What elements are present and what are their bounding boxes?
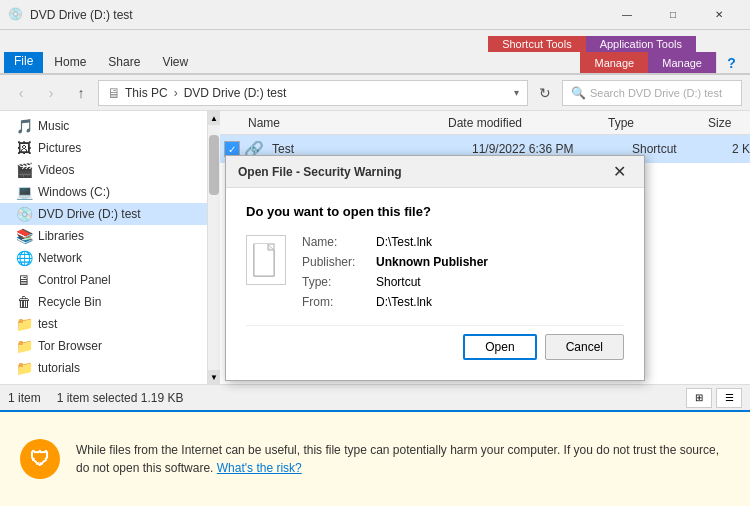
search-box[interactable]: 🔍 Search DVD Drive (D:) test xyxy=(562,80,742,106)
sidebar-label-tutorials: tutorials xyxy=(38,361,80,375)
dialog-info: Name: D:\Test.lnk Publisher: Unknown Pub… xyxy=(246,235,624,309)
scrollbar-down[interactable]: ▼ xyxy=(208,370,220,384)
sidebar-item-test[interactable]: 📁 test xyxy=(0,313,207,335)
breadcrumb-dvd: DVD Drive (D:) test xyxy=(184,86,287,100)
help-button[interactable]: ? xyxy=(716,52,746,73)
dialog-from-value: D:\Test.lnk xyxy=(376,295,432,309)
sidebar-label-control-panel: Control Panel xyxy=(38,273,111,287)
sidebar-item-dvd[interactable]: 💿 DVD Drive (D:) test xyxy=(0,203,207,225)
dialog-publisher-row: Publisher: Unknown Publisher xyxy=(302,255,488,269)
sidebar-item-music[interactable]: 🎵 Music xyxy=(0,115,207,137)
tor-browser-icon: 📁 xyxy=(16,338,32,354)
ribbon: Shortcut Tools Application Tools File Ho… xyxy=(0,30,750,75)
col-date[interactable]: Date modified xyxy=(444,116,604,130)
file-list-header: Name Date modified Type Size xyxy=(220,111,750,135)
item-count: 1 item xyxy=(8,391,41,405)
network-icon: 🌐 xyxy=(16,250,32,266)
sidebar-label-pictures: Pictures xyxy=(38,141,81,155)
tab-share[interactable]: Share xyxy=(97,52,151,73)
ribbon-manage-label-1[interactable]: Manage xyxy=(594,57,634,69)
address-input[interactable]: 🖥 This PC › DVD Drive (D:) test ▾ xyxy=(98,80,528,106)
sidebar-item-pictures[interactable]: 🖼 Pictures xyxy=(0,137,207,159)
dialog-close-button[interactable]: ✕ xyxy=(606,159,632,185)
sidebar-scrollbar[interactable]: ▲ ▼ xyxy=(208,111,220,384)
minimize-button[interactable]: — xyxy=(604,0,650,30)
tab-home[interactable]: Home xyxy=(43,52,97,73)
sidebar-wrapper: 🎵 Music 🖼 Pictures 🎬 Videos 💻 Windows (C… xyxy=(0,111,220,384)
window-controls: — □ ✕ xyxy=(604,0,742,30)
view-details[interactable]: ☰ xyxy=(716,388,742,408)
sidebar-item-tutorials[interactable]: 📁 tutorials xyxy=(0,357,207,379)
scrollbar-thumb[interactable] xyxy=(209,135,219,195)
sidebar-label-dvd: DVD Drive (D:) test xyxy=(38,207,141,221)
col-size[interactable]: Size xyxy=(704,116,750,130)
view-large-icons[interactable]: ⊞ xyxy=(686,388,712,408)
libraries-icon: 📚 xyxy=(16,228,32,244)
title-bar: 💿 DVD Drive (D:) test — □ ✕ xyxy=(0,0,750,30)
cancel-button[interactable]: Cancel xyxy=(545,334,624,360)
dialog-type-value: Shortcut xyxy=(376,275,421,289)
file-name: Test xyxy=(268,142,468,156)
whats-the-risk-link[interactable]: What's the risk? xyxy=(217,461,302,475)
pictures-icon: 🖼 xyxy=(16,140,32,156)
address-bar: ‹ › ↑ 🖥 This PC › DVD Drive (D:) test ▾ … xyxy=(0,75,750,111)
col-name[interactable]: Name xyxy=(244,116,444,130)
music-icon: 🎵 xyxy=(16,118,32,134)
window-icon: 💿 xyxy=(8,7,24,23)
forward-button[interactable]: › xyxy=(38,80,64,106)
selected-info: 1 item selected 1.19 KB xyxy=(57,391,184,405)
shield-symbol: 🛡 xyxy=(30,448,50,471)
app-tools-tab[interactable]: Application Tools xyxy=(586,36,696,52)
sidebar-item-network[interactable]: 🌐 Network xyxy=(0,247,207,269)
sidebar-item-tor-browser[interactable]: 📁 Tor Browser xyxy=(0,335,207,357)
sidebar-item-control-panel[interactable]: 🖥 Control Panel xyxy=(0,269,207,291)
sidebar-label-music: Music xyxy=(38,119,69,133)
dialog-details: Name: D:\Test.lnk Publisher: Unknown Pub… xyxy=(302,235,488,309)
tutorials-icon: 📁 xyxy=(16,360,32,376)
tab-file[interactable]: File xyxy=(4,52,43,73)
dialog-question: Do you want to open this file? xyxy=(246,204,624,219)
up-button[interactable]: ↑ xyxy=(68,80,94,106)
shortcut-tools-tab[interactable]: Shortcut Tools xyxy=(488,36,586,52)
videos-icon: 🎬 xyxy=(16,162,32,178)
sidebar-item-windows-c[interactable]: 💻 Windows (C:) xyxy=(0,181,207,203)
sidebar-label-test: test xyxy=(38,317,57,331)
dialog-name-row: Name: D:\Test.lnk xyxy=(302,235,488,249)
dialog-publisher-label: Publisher: xyxy=(302,255,372,269)
warning-bar: 🛡 While files from the Internet can be u… xyxy=(0,410,750,506)
close-button[interactable]: ✕ xyxy=(696,0,742,30)
maximize-button[interactable]: □ xyxy=(650,0,696,30)
view-controls: ⊞ ☰ xyxy=(686,388,742,408)
sidebar-item-videos[interactable]: 🎬 Videos xyxy=(0,159,207,181)
sidebar-label-videos: Videos xyxy=(38,163,74,177)
tab-view[interactable]: View xyxy=(151,52,199,73)
scrollbar-track[interactable] xyxy=(208,125,220,370)
scrollbar-up[interactable]: ▲ xyxy=(208,111,220,125)
warning-message: While files from the Internet can be use… xyxy=(76,443,719,475)
col-type[interactable]: Type xyxy=(604,116,704,130)
sidebar-item-recycle-bin[interactable]: 🗑 Recycle Bin xyxy=(0,291,207,313)
dialog-from-label: From: xyxy=(302,295,372,309)
search-placeholder: Search DVD Drive (D:) test xyxy=(590,87,722,99)
warning-text: While files from the Internet can be use… xyxy=(76,441,730,477)
refresh-button[interactable]: ↻ xyxy=(532,80,558,106)
breadcrumb-arrow-1: › xyxy=(174,86,178,100)
sidebar-label-windows-c: Windows (C:) xyxy=(38,185,110,199)
recycle-bin-icon: 🗑 xyxy=(16,294,32,310)
open-button[interactable]: Open xyxy=(463,334,536,360)
back-button[interactable]: ‹ xyxy=(8,80,34,106)
warning-shield-icon: 🛡 xyxy=(20,439,60,479)
address-dropdown-icon[interactable]: ▾ xyxy=(514,87,519,98)
sidebar-label-libraries: Libraries xyxy=(38,229,84,243)
window-title: DVD Drive (D:) test xyxy=(30,8,604,22)
dialog-type-row: Type: Shortcut xyxy=(302,275,488,289)
dvd-icon: 💿 xyxy=(16,206,32,222)
breadcrumb-thispc: This PC xyxy=(125,86,168,100)
dialog-title-bar: Open File - Security Warning ✕ xyxy=(226,156,644,188)
sidebar-item-libraries[interactable]: 📚 Libraries xyxy=(0,225,207,247)
test-folder-icon: 📁 xyxy=(16,316,32,332)
control-panel-icon: 🖥 xyxy=(16,272,32,288)
ribbon-manage-label-2[interactable]: Manage xyxy=(662,57,702,69)
dialog-publisher-value: Unknown Publisher xyxy=(376,255,488,269)
dialog-type-label: Type: xyxy=(302,275,372,289)
